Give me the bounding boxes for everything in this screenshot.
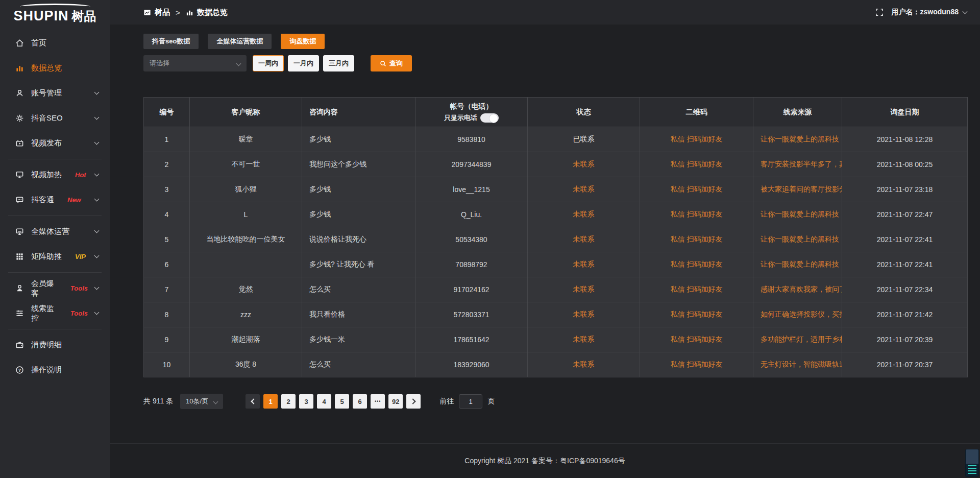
select-placeholder: 请选择 <box>150 59 169 68</box>
sidebar-item-account-management[interactable]: 账号管理 <box>0 81 110 106</box>
breadcrumb-separator: > <box>176 8 180 17</box>
next-page-button[interactable] <box>406 394 421 409</box>
table-row: 4 L 多少钱 Q_Liu. 未联系 私信 扫码加好友 让你一眼就爱上的黑科技，… <box>144 202 968 227</box>
hot-badge: Hot <box>75 171 86 179</box>
sidebar-item-douyin-seo[interactable]: 抖音SEO <box>0 106 110 131</box>
cell-status: 未联系 <box>528 227 640 252</box>
cell-no: 9 <box>144 327 190 352</box>
cell-content: 多少钱一米 <box>302 327 415 352</box>
range-month-button[interactable]: 一月内 <box>288 55 319 71</box>
cell-qrcode-link[interactable]: 私信 扫码加好友 <box>640 127 753 152</box>
sidebar-item-matrix-boost[interactable]: 矩阵助推 VIP <box>0 244 110 269</box>
sidebar-item-label: 抖音SEO <box>31 113 63 123</box>
jump-page-input[interactable] <box>459 394 482 409</box>
cell-no: 5 <box>144 227 190 252</box>
floating-tool-widget[interactable] <box>965 449 979 477</box>
cell-qrcode-link[interactable]: 私信 扫码加好友 <box>640 202 753 227</box>
cell-qrcode-link[interactable]: 私信 扫码加好友 <box>640 352 753 377</box>
range-quarter-button[interactable]: 三月内 <box>323 55 354 71</box>
chevron-down-icon <box>94 197 100 202</box>
page-button-4[interactable]: 4 <box>317 394 331 409</box>
page-ellipsis-button[interactable]: ••• <box>371 394 385 409</box>
sidebar-item-instructions[interactable]: ? 操作说明 <box>0 357 110 383</box>
sidebar-item-consumption-detail[interactable]: 消费明细 <box>0 332 110 357</box>
cell-qrcode-link[interactable]: 私信 扫码加好友 <box>640 277 753 302</box>
page-button-6[interactable]: 6 <box>353 394 367 409</box>
cell-source-link[interactable]: 让你一眼就爱上的黑科技，能... <box>753 127 842 152</box>
cell-source-link[interactable]: 如何正确选择投影仪，买投影... <box>753 302 842 327</box>
breadcrumb-root[interactable]: 树品 <box>155 8 170 17</box>
page-button-3[interactable]: 3 <box>299 394 313 409</box>
cell-content: 多少钱 <box>302 177 415 202</box>
cell-qrcode-link[interactable]: 私信 扫码加好友 <box>640 252 753 277</box>
filter-select[interactable]: 请选择 <box>143 55 247 71</box>
sidebar-item-home[interactable]: 首页 <box>0 31 110 56</box>
cell-source-link[interactable]: 多功能护栏灯，适用于乡村文... <box>753 327 842 352</box>
prev-page-button[interactable] <box>246 394 260 409</box>
fullscreen-icon[interactable] <box>875 8 884 16</box>
chevron-down-icon <box>94 253 100 258</box>
cell-status: 未联系 <box>528 202 640 227</box>
svg-text:?: ? <box>18 368 21 373</box>
cell-qrcode-link[interactable]: 私信 扫码加好友 <box>640 152 753 177</box>
new-badge: New <box>67 196 81 204</box>
table-body: 1 暧章 多少钱 9583810 已联系 私信 扫码加好友 让你一眼就爱上的黑科… <box>144 127 968 377</box>
bar-chart-icon <box>15 64 24 73</box>
cell-qrcode-link[interactable]: 私信 扫码加好友 <box>640 227 753 252</box>
user-menu[interactable]: 用户名：zswodun88 <box>892 8 967 17</box>
sidebar-item-data-overview[interactable]: 数据总览 <box>0 56 110 81</box>
page-button-92[interactable]: 92 <box>388 394 403 409</box>
cell-account: 50534380 <box>415 227 528 252</box>
cell-qrcode-link[interactable]: 私信 扫码加好友 <box>640 302 753 327</box>
sidebar-item-doukotong[interactable]: 抖客通 New <box>0 187 110 212</box>
tab-inquiry-data[interactable]: 询盘数据 <box>281 34 325 49</box>
table-row: 1 暧章 多少钱 9583810 已联系 私信 扫码加好友 让你一眼就爱上的黑科… <box>144 127 968 152</box>
cell-account: 572803371 <box>415 302 528 327</box>
cell-nickname: 狐小狸 <box>190 177 302 202</box>
sidebar-item-video-heat[interactable]: 视频加热 Hot <box>0 162 110 187</box>
topbar-right: 用户名：zswodun88 <box>875 8 967 17</box>
app-logo[interactable]: SHUPIN 树品 <box>0 0 110 25</box>
cell-account: love__1215 <box>415 177 528 202</box>
cell-date: 2021-11-07 22:41 <box>842 227 968 252</box>
cell-content: 怎么买 <box>302 277 415 302</box>
search-button[interactable]: 查询 <box>371 55 412 71</box>
cell-date: 2021-11-08 00:25 <box>842 152 968 177</box>
cell-account: Q_Liu. <box>415 202 528 227</box>
page-size-select[interactable]: 10条/页 <box>180 394 223 409</box>
sidebar-item-media-operation[interactable]: 全媒体运营 <box>0 219 110 244</box>
cell-status: 未联系 <box>528 152 640 177</box>
cell-date: 2021-11-07 20:37 <box>842 352 968 377</box>
chevron-left-icon <box>251 398 256 404</box>
sidebar-item-video-publish[interactable]: 视频发布 <box>0 131 110 156</box>
page-button-2[interactable]: 2 <box>281 394 296 409</box>
cell-status: 未联系 <box>528 327 640 352</box>
page-button-5[interactable]: 5 <box>335 394 349 409</box>
cell-source-link[interactable]: 无主灯设计，智能磁吸轨道灯... <box>753 352 842 377</box>
main-content: 抖音seo数据 全媒体运营数据 询盘数据 请选择 一周内 一月内 三月内 查询 … <box>110 25 980 409</box>
cell-source-link[interactable]: 让你一眼就爱上的黑科技，能... <box>753 227 842 252</box>
cell-account: 917024162 <box>415 277 528 302</box>
range-week-button[interactable]: 一周内 <box>253 55 284 71</box>
cell-source-link[interactable]: 让你一眼就爱上的黑科技，能... <box>753 252 842 277</box>
cell-source-link[interactable]: 被大家追着问的客厅投影分享... <box>753 177 842 202</box>
sidebar-item-member-tools[interactable]: 会员爆客 Tools <box>0 276 110 301</box>
cell-content: 我想问这个多少钱 <box>302 152 415 177</box>
cell-source-link[interactable]: 感谢大家喜欢我家，被问了好... <box>753 277 842 302</box>
breadcrumb-current: 数据总览 <box>197 8 228 17</box>
phone-only-toggle[interactable] <box>480 113 499 123</box>
sidebar-item-label: 线索监控 <box>31 304 57 323</box>
page-button-1[interactable]: 1 <box>263 394 278 409</box>
tab-media-operation-data[interactable]: 全媒体运营数据 <box>208 34 272 49</box>
table-row: 8 zzz 我只看价格 572803371 未联系 私信 扫码加好友 如何正确选… <box>144 302 968 327</box>
cell-qrcode-link[interactable]: 私信 扫码加好友 <box>640 177 753 202</box>
tab-douyin-seo-data[interactable]: 抖音seo数据 <box>143 34 199 49</box>
cell-source-link[interactable]: 客厅安装投影半年多了，真实... <box>753 152 842 177</box>
cell-no: 6 <box>144 252 190 277</box>
cell-qrcode-link[interactable]: 私信 扫码加好友 <box>640 327 753 352</box>
cell-content: 我只看价格 <box>302 302 415 327</box>
cell-nickname: 觉然 <box>190 277 302 302</box>
sidebar-item-clue-monitor[interactable]: 线索监控 Tools <box>0 301 110 326</box>
username-label: 用户名：zswodun88 <box>892 8 959 17</box>
cell-source-link[interactable]: 让你一眼就爱上的黑科技，能... <box>753 202 842 227</box>
